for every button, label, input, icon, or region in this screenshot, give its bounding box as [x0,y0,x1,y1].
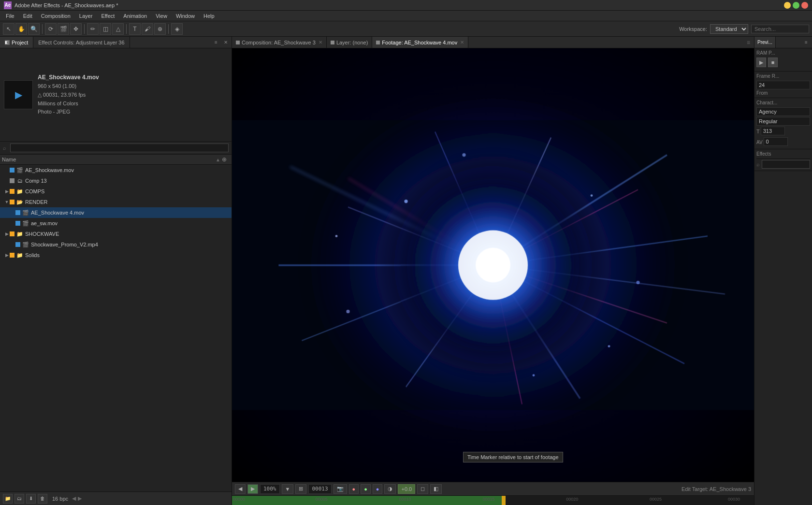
effect-controls-tab[interactable]: Effect Controls: Adjustment Layer 36 [33,37,130,48]
tree-sort-button[interactable]: ▲ [214,156,222,163]
tree-item-comps[interactable]: ▶ 📁 COMPS [0,186,232,197]
select-tool[interactable]: ↖ [3,23,14,35]
scrubber-tick-6: 00030 [728,497,740,502]
forward-button[interactable]: ▶ [78,495,82,502]
project-tab[interactable]: ◧ Project [0,37,33,48]
text-tool[interactable]: T [129,23,141,35]
comp-tab-close-3[interactable]: ✕ [460,40,464,45]
tree-arrow-solids[interactable]: ▶ [4,252,10,258]
bpc-label: 16 bpc [52,496,68,502]
camera-tool[interactable]: 🎬 [58,23,69,35]
font-size-input[interactable] [761,127,785,135]
tracking-input[interactable] [764,137,788,146]
mask-tool[interactable]: ◫ [100,23,111,35]
shape-tool[interactable]: △ [112,23,124,35]
tree-item-render[interactable]: ▼ 📂 RENDER [0,197,232,207]
viewer-region-btn[interactable]: ◻ [417,484,428,494]
zoom-tool[interactable]: 🔍 [28,23,40,35]
scrubber-handle[interactable] [502,496,506,505]
hand-tool[interactable]: ✋ [15,23,27,35]
folder-icon-render: 📂 [16,199,23,205]
tree-color-solids [10,253,14,258]
preview-thumb-icon: ▶ [15,89,22,101]
viewer-exposure-btn[interactable]: ◑ [384,484,396,494]
comp-tab-close-1[interactable]: ✕ [319,40,322,45]
panel-close-btn[interactable]: ✕ [222,39,230,46]
close-button[interactable] [801,2,808,9]
maximize-button[interactable] [793,2,799,9]
menu-composition[interactable]: Composition [37,12,74,20]
panel-menu-btn[interactable]: ≡ [212,39,220,46]
pen-tool[interactable]: ✏ [87,23,99,35]
tree-item-solids[interactable]: ▶ 📁 Solids [0,250,232,260]
clone-tool[interactable]: ⊕ [154,23,166,35]
search-input-toolbar[interactable] [751,25,809,33]
tree-arrow-render[interactable]: ▼ [4,199,10,205]
preview-tab[interactable]: Previ... [754,37,776,48]
ram-play-btn[interactable]: ▶ [756,58,766,67]
workspace-dropdown[interactable]: Standard [710,24,748,34]
right-panel-menu[interactable]: ≡ [802,39,810,46]
comp-tab-layer[interactable]: Layer: (none) [327,37,372,48]
viewer-time-val[interactable]: +0.0 [398,484,415,494]
svg-point-25 [346,310,349,313]
delete-button[interactable]: 🗑 [38,494,47,504]
render-button[interactable]: ◀ [72,495,76,502]
viewer-grid-btn[interactable]: ⊞ [295,484,306,494]
tree-item-comp13[interactable]: 🗂 Comp 13 [0,175,232,186]
font-style-input[interactable] [756,117,810,126]
brush-tool[interactable]: 🖌 [142,23,153,35]
tree-arrow-comps[interactable]: ▶ [4,188,10,194]
character-section: Charact... T AV [754,98,812,149]
viewer-channel-btn[interactable]: ◧ [430,484,442,494]
new-folder-button[interactable]: 📁 [3,494,13,504]
preview-tab-label: Previ... [757,40,772,45]
menu-effect[interactable]: Effect [97,12,118,20]
comp-tab-label-1: Composition: AE_Shockwave 3 [242,40,316,45]
edit-target-label: Edit Target: AE_Shockwave 3 [682,486,751,492]
menu-file[interactable]: File [2,12,18,20]
ram-stop-btn[interactable]: ■ [768,58,778,67]
minimize-button[interactable] [784,2,791,9]
viewer-play-btn[interactable]: ▶ [247,484,258,494]
pan-tool[interactable]: ✥ [70,23,82,35]
viewer-display-btn[interactable]: ● [373,484,383,494]
tree-item-ae-shockwave-mov[interactable]: 🎬 AE_Shockwave.mov [0,165,232,175]
viewer-scrubber[interactable]: 00000 00005 00010 00015 00020 00025 0003… [232,495,754,505]
new-comp-button[interactable]: 🗂 [14,494,24,504]
viewer-preview-btn[interactable]: ◀ [235,484,246,494]
tree-arrow-shockwave[interactable]: ▶ [4,231,10,237]
menu-animation[interactable]: Animation [119,12,151,20]
comp-tab-color-1 [236,41,240,44]
tree-new-folder-btn[interactable]: ⊕ [222,156,230,163]
menu-view[interactable]: View [152,12,171,20]
font-name-input[interactable] [756,107,810,116]
right-panel-actions: ≡ [802,39,812,46]
tree-item-ae-sw[interactable]: 🎬 ae_sw.mov [0,218,232,229]
puppet-tool[interactable]: ◈ [171,23,183,35]
comp-tab-composition[interactable]: Composition: AE_Shockwave 3 ✕ [232,37,327,48]
effects-search-input[interactable] [762,160,810,169]
comp-image: Time Marker relative to start of footage [232,48,754,482]
viewer-timecode[interactable]: 00013 [308,484,331,494]
tree-label-8: Shockwave_Promo_V2.mp4 [31,242,230,247]
viewer-color-btn[interactable]: ● [349,484,359,494]
menu-window[interactable]: Window [172,12,199,20]
svg-point-20 [476,248,510,283]
import-button[interactable]: ⬇ [26,494,36,504]
comp-panel-menu[interactable]: ≡ [743,39,754,46]
comp-tab-footage[interactable]: Footage: AE_Shockwave 4.mov ✕ [372,37,468,48]
viewer-camera-btn[interactable]: 📷 [334,484,347,494]
tree-item-shockwave-promo[interactable]: 🎬 Shockwave_Promo_V2.mp4 [0,239,232,250]
viewer-render-btn[interactable]: ● [361,484,371,494]
rotate-tool[interactable]: ⟳ [45,23,57,35]
project-search-input[interactable] [10,144,229,152]
tree-item-ae-shockwave4[interactable]: 🎬 AE_Shockwave 4.mov [0,207,232,218]
menu-help[interactable]: Help [200,12,218,20]
tree-item-shockwave[interactable]: ▶ 📁 SHOCKWAVE [0,229,232,239]
viewer-zoom-dropdown[interactable]: ▼ [282,484,294,494]
menu-layer[interactable]: Layer [75,12,97,20]
frame-rate-input[interactable] [756,81,810,89]
preview-info: AE_Shockwave 4.mov 960 x 540 (1.00) △ 00… [38,73,99,116]
menu-edit[interactable]: Edit [19,12,36,20]
